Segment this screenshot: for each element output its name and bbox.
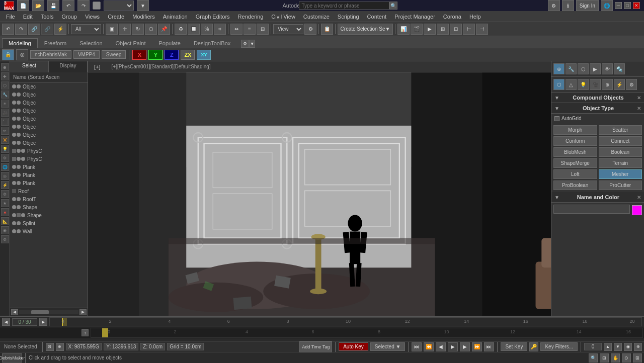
rp-spacewarps-icon[interactable]: ⚡ [614,79,625,90]
list-item[interactable]: Plank [10,171,88,179]
rp-modify-icon[interactable]: 🔧 [566,63,577,74]
save-btn[interactable]: 💾 [47,0,59,11]
mirror-tool[interactable]: ⇔ [230,24,243,35]
new-btn[interactable]: 📄 [17,0,29,11]
tab-designtoolbox[interactable]: DesignToolBox [187,38,237,48]
tab-modeling[interactable]: Modeling [2,38,38,48]
help-options-icon[interactable]: ⚙ [548,0,560,11]
views-menu[interactable]: ⊡ [450,24,462,35]
morph-btn[interactable]: Morph [553,125,597,135]
timeline-next-btn[interactable]: ▶ [39,318,47,326]
display-tab[interactable]: Display [49,61,88,72]
redo-btn[interactable]: ↷ [77,0,90,11]
scroll-right[interactable]: ▶ [79,309,87,315]
redo-tool[interactable]: ↷ [15,24,27,35]
menu-scripting[interactable]: Scripting [334,13,363,21]
boolean-btn[interactable]: Boolean [599,147,642,157]
search-icon[interactable]: 🔍 [389,2,397,10]
ribbon-config[interactable]: ⚙ [241,40,249,48]
blobmesh-btn[interactable]: BlobMesh [553,147,597,157]
viewport[interactable]: [+] [+][PhysCam001][Standard][DefaultSha… [88,61,551,316]
next-key-btn[interactable]: ⏩ [472,342,482,351]
loft-btn[interactable]: Loft [553,169,597,179]
color-swatch[interactable] [632,205,642,215]
nav14[interactable]: ⚡ [1,181,9,189]
list-item[interactable]: PhysC [10,155,88,163]
list-item[interactable]: RoofT [10,195,88,203]
menu-tools[interactable]: Tools [37,13,58,21]
shapemerge-btn[interactable]: ShapeMerge [553,158,597,168]
proboolean-btn[interactable]: ProBoolean [553,180,597,190]
tab-populate[interactable]: Populate [152,38,187,48]
undo-tool[interactable]: ↶ [2,24,14,35]
terrain-btn[interactable]: Terrain [599,158,642,168]
menu-views[interactable]: Views [81,13,104,21]
hold-btn[interactable] [93,2,101,10]
select-nav-icon[interactable]: ⊕ [1,63,9,71]
menu-help[interactable]: Help [465,13,485,21]
frame-input[interactable] [584,343,602,350]
scroll-left[interactable]: ◀ [11,309,18,315]
layer-manager[interactable]: 📋 [321,24,333,35]
list-item[interactable]: Plank [10,179,88,187]
viewport-plus-btn[interactable]: [+] [90,63,105,71]
object-type-header[interactable]: ▼ Object Type ✕ [551,103,644,114]
list-item[interactable]: Shape [10,211,88,219]
name-color-close[interactable]: ✕ [637,195,641,200]
go-end-btn[interactable]: ⏭ [484,342,494,351]
info-icon[interactable]: ℹ [562,0,574,11]
obj-type-close[interactable]: ✕ [637,106,641,111]
titlebar-minimize[interactable]: ─ [615,2,622,9]
zoom-btn[interactable]: 🔍 [589,353,598,362]
nav7[interactable]: ⬛ [1,118,9,126]
viewport-camera-label[interactable]: [+][PhysCam001][Standard][DefaultShading… [108,63,215,70]
undo-btn[interactable]: ↶ [62,0,74,11]
quick-align[interactable]: ⊟ [257,24,269,35]
cycle-icon[interactable]: ◎ [16,49,28,60]
select-scale-tool[interactable]: ⬡ [145,24,157,35]
selected-dropdown[interactable]: Selected ▼ [370,342,406,351]
titlebar-maximize[interactable]: □ [624,2,631,9]
nav12[interactable]: 🌐 [1,163,9,171]
rp-helpers-icon[interactable]: ⊕ [602,79,613,90]
menu-graph-editors[interactable]: Graph Editors [192,13,234,21]
axis-x-btn[interactable]: X [132,50,146,60]
place-tool[interactable]: 📌 [158,24,170,35]
list-item[interactable]: Objec [10,123,88,131]
lock-icon[interactable]: 🔒 [2,49,14,60]
preset-sweep[interactable]: Sweep [102,50,126,59]
compound-objects-header[interactable]: ▼ Compound Objects ✕ [551,93,644,103]
online-icon[interactable]: 🌐 [601,0,613,11]
list-item[interactable]: Objec [10,107,88,115]
snap-toggle[interactable]: 🔲 [188,24,200,35]
set-key-icon[interactable]: 🔑 [529,342,538,351]
snap-spinner[interactable]: ⌗ [214,24,226,35]
list-item[interactable]: Objec [10,90,88,99]
absolute-mode[interactable]: ⊕ [56,343,64,351]
add-time-tag[interactable]: Add Time Tag [299,341,332,352]
axis-zx-btn[interactable]: ZX [181,50,195,60]
bind-space-warp[interactable]: ⚡ [54,24,66,35]
nav9[interactable]: 🔆 [1,136,9,144]
viewport-layout[interactable]: ⊞ [437,24,449,35]
prev-frame-btn[interactable]: ◀ [436,342,446,351]
select-move-tool[interactable]: ✛ [119,24,131,35]
list-item[interactable]: Objec [10,115,88,123]
rotate-cycle[interactable]: ♻ [175,24,187,35]
nav16[interactable]: ★ [1,199,9,207]
unlink-tool[interactable]: 🔗 [41,24,53,35]
menu-corona[interactable]: Corona [439,13,465,21]
nav17[interactable]: 🔺 [1,208,9,216]
list-item[interactable]: Objec [10,82,88,90]
nav5[interactable]: ☀ [1,100,9,108]
nav11[interactable]: ⚙ [1,154,9,162]
select-tab[interactable]: Select [10,61,49,72]
selection-filter[interactable]: All [71,24,101,34]
connect-btn[interactable]: Connect [599,136,642,146]
list-item[interactable]: Roof [10,187,88,195]
align-tool[interactable]: ≡ [244,24,256,35]
go-start-btn[interactable]: ⏮ [412,342,422,351]
scatter-btn[interactable]: Scatter [599,125,642,135]
menu-project-manager[interactable]: Project Manager [390,13,439,21]
viewport-config[interactable]: ⚙ [304,24,316,35]
